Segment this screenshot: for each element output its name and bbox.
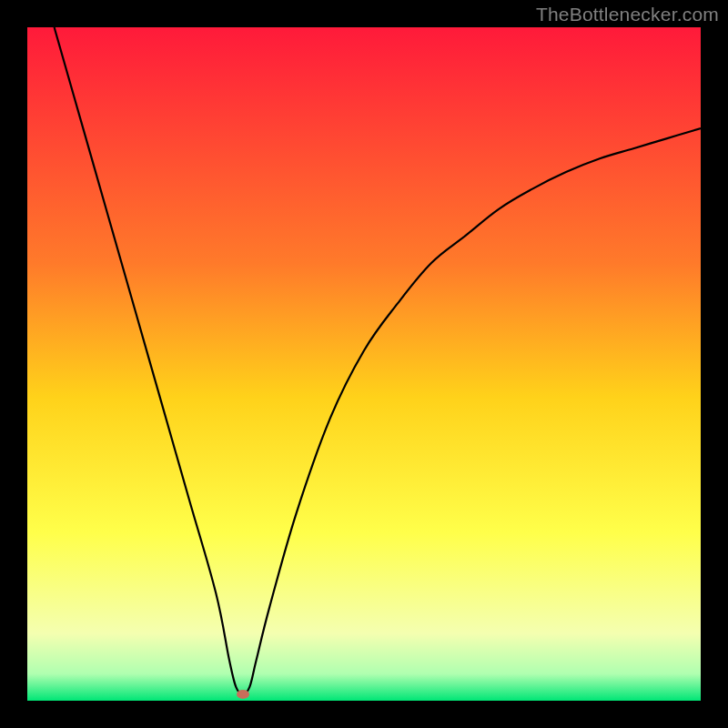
- chart-curve: [27, 27, 701, 701]
- attribution-text: TheBottlenecker.com: [536, 4, 719, 25]
- chart-plot-area: [27, 27, 701, 701]
- chart-marker-dot: [237, 690, 249, 699]
